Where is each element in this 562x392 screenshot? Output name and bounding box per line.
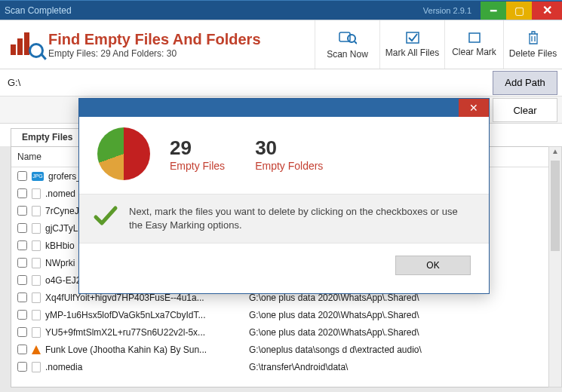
pie-chart-icon [97,127,150,180]
row-location: G:\one plus data 2020\WhatsApp\.Shared\ [243,310,555,320]
row-checkbox[interactable] [17,310,27,320]
clear-button[interactable]: Clear [493,98,557,122]
close-button[interactable]: ✕ [532,2,562,20]
tab-empty-files[interactable]: Empty Files [11,128,84,146]
ok-label: OK [426,260,439,271]
version-label: Version 2.9.1 [423,6,471,15]
row-checkbox[interactable] [17,275,27,285]
empty-folders-count: 30 [255,136,323,160]
row-checkbox[interactable] [17,345,27,354]
row-checkbox[interactable] [17,223,27,233]
dialog-titlebar: ✕ [79,99,489,117]
media-file-icon [32,345,41,354]
row-checkbox[interactable] [17,171,27,181]
image-file-icon: JPG [32,172,44,181]
scroll-up-icon[interactable]: ▲ [549,147,561,159]
path-row: G:\ Add Path [0,69,562,96]
maximize-button[interactable]: ▢ [506,2,532,20]
svg-rect-4 [469,33,480,42]
file-icon [32,240,41,251]
trash-icon [527,30,540,45]
search-icon [339,29,357,46]
file-icon [32,362,41,372]
app-header: Find Empty Files And Folders Empty Files… [0,20,562,69]
file-icon [32,275,41,286]
file-icon [32,223,41,234]
svg-line-2 [355,41,357,44]
delete-files-label: Delete Files [509,48,557,59]
row-checkbox[interactable] [17,292,27,302]
dialog-close-button[interactable]: ✕ [459,99,489,117]
dialog-message: Next, mark the files you want to delete … [129,205,474,232]
file-icon [32,258,41,268]
clear-label: Clear [513,105,536,116]
row-checkbox[interactable] [17,206,27,216]
row-name: Funk Love (Jhootha Kahin Ka) By Sun... [45,345,243,355]
empty-files-count: 29 [170,136,225,160]
file-icon [32,292,41,303]
mark-all-label: Mark All Files [385,47,439,58]
header-subtitle: Empty Files: 29 And Folders: 30 [48,48,261,59]
check-square-icon [405,31,420,44]
tab-empty-files-label: Empty Files [22,132,72,142]
header-title: Find Empty Files And Folders [48,31,261,48]
add-path-button[interactable]: Add Path [493,71,557,95]
row-location: G:\oneplus data\songs d d\extracted audi… [243,345,555,355]
checkmark-icon [93,205,118,228]
title-bar: Scan Completed Version 2.9.1 ━ ▢ ✕ [0,0,562,20]
table-row[interactable]: .nomediaG:\transfer\Android\data\ [11,358,555,375]
row-checkbox[interactable] [17,362,27,372]
mark-all-button[interactable]: Mark All Files [379,20,444,69]
scan-result-dialog: ✕ 29 Empty Files 30 Empty Folders Next, … [78,98,490,294]
svg-point-1 [348,35,355,42]
clear-mark-button[interactable]: Clear Mark [444,20,503,69]
ok-button[interactable]: OK [395,256,471,275]
clear-mark-label: Clear Mark [452,47,496,57]
row-name: YU5+9fmtSlmX2L+ru77Sn6U22v2l-5x... [45,327,243,338]
scan-now-button[interactable]: Scan Now [315,20,379,69]
square-icon [468,32,481,44]
window-title: Scan Completed [5,5,72,16]
minimize-button[interactable]: ━ [481,2,506,20]
file-icon [32,310,41,320]
row-checkbox[interactable] [17,258,27,268]
row-location: G:\transfer\Android\data\ [243,362,555,372]
file-icon [32,206,41,216]
scrollbar[interactable]: ▲ [548,146,562,387]
scan-now-label: Scan Now [327,49,368,60]
scrollbar-thumb[interactable] [551,161,560,251]
file-icon [32,327,41,338]
table-row[interactable]: yMP-1u6Hsx5lofDVaGk5nLxa7CbyIdT...G:\one… [11,306,555,323]
empty-files-label: Empty Files [170,160,225,172]
row-checkbox[interactable] [17,240,27,250]
table-row[interactable]: YU5+9fmtSlmX2L+ru77Sn6U22v2l-5x...G:\one… [11,323,555,341]
row-checkbox[interactable] [17,327,27,337]
delete-files-button[interactable]: Delete Files [503,20,562,69]
row-name: yMP-1u6Hsx5lofDVaGk5nLxa7CbyIdT... [45,310,243,320]
path-value: G:\ [0,77,493,88]
app-logo-icon [11,29,41,60]
file-icon [32,188,41,199]
row-checkbox[interactable] [17,188,27,198]
empty-folders-label: Empty Folders [255,160,323,172]
table-row[interactable]: Funk Love (Jhootha Kahin Ka) By Sun...G:… [11,341,555,358]
row-name: .nomedia [45,362,243,372]
row-location: G:\one plus data 2020\WhatsApp\.Shared\ [243,327,555,338]
add-path-label: Add Path [505,77,545,88]
